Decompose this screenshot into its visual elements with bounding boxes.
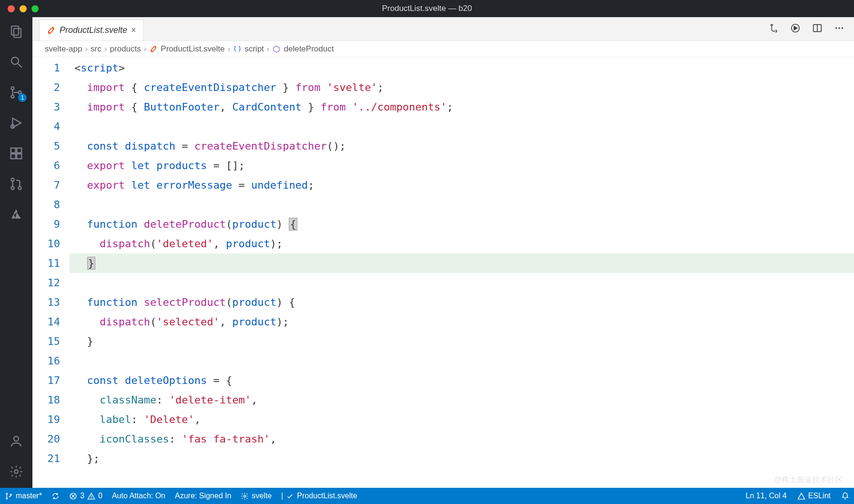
azure-status-item[interactable]: Azure: Signed In [175, 492, 231, 500]
tabs-bar: ProductList.svelte × [32, 17, 854, 41]
settings-gear-icon[interactable] [9, 464, 24, 479]
github-pr-icon[interactable] [9, 176, 24, 192]
split-editor-icon[interactable] [812, 23, 823, 35]
explorer-icon[interactable] [9, 24, 24, 39]
breadcrumb-item[interactable]: svelte-app [45, 44, 82, 54]
chevron-right-icon: › [144, 44, 147, 54]
chevron-right-icon: › [267, 44, 270, 54]
breadcrumb-item[interactable]: deleteProduct [284, 44, 334, 54]
git-branch-item[interactable]: master* [5, 492, 42, 500]
svelte-icon [46, 26, 56, 35]
code-area[interactable]: 123456789101112131415161718192021 <scrip… [32, 57, 854, 488]
svg-point-2 [11, 57, 19, 64]
close-window-button[interactable] [8, 5, 15, 12]
code-content[interactable]: <script> import { createEventDispatcher … [74, 57, 854, 488]
extensions-icon[interactable] [9, 146, 24, 161]
breadcrumb-item[interactable]: src [91, 44, 102, 54]
more-actions-icon[interactable] [834, 23, 844, 35]
chevron-right-icon: › [104, 44, 107, 54]
language-mode-item[interactable]: svelte [241, 492, 272, 500]
svg-point-31 [91, 498, 92, 498]
notifications-icon[interactable] [841, 492, 849, 500]
compare-changes-icon[interactable] [768, 23, 779, 35]
svg-rect-0 [11, 26, 19, 35]
svg-point-5 [11, 95, 14, 98]
svg-rect-10 [11, 154, 16, 159]
gutter: 123456789101112131415161718192021 [32, 57, 74, 488]
tab-productlist[interactable]: ProductList.svelte × [39, 20, 143, 40]
svg-point-15 [18, 187, 21, 190]
azure-icon[interactable] [9, 207, 24, 222]
svelte-icon [149, 45, 158, 53]
run-debug-icon[interactable] [9, 115, 24, 131]
svg-point-22 [838, 27, 840, 29]
problems-item[interactable]: 3 0 [69, 492, 102, 500]
svg-point-26 [10, 494, 11, 495]
svg-point-24 [6, 493, 8, 494]
window-controls [0, 5, 39, 12]
tab-label: ProductList.svelte [60, 25, 127, 35]
svg-point-16 [14, 436, 19, 441]
svg-point-21 [835, 27, 837, 29]
breadcrumb-item[interactable]: script [244, 44, 264, 54]
auto-attach-item[interactable]: Auto Attach: On [112, 492, 165, 500]
breadcrumb[interactable]: svelte-app › src › products › ProductLis… [32, 41, 854, 57]
svg-point-4 [11, 87, 14, 90]
editor: ProductList.svelte × svelte-app [32, 17, 854, 488]
svg-rect-9 [11, 148, 16, 153]
chevron-right-icon: › [228, 44, 231, 54]
cursor-position-item[interactable]: Ln 11, Col 4 [746, 492, 787, 500]
breadcrumb-item[interactable]: products [110, 44, 141, 54]
editor-actions [768, 17, 854, 40]
tab-close-icon[interactable]: × [131, 25, 136, 35]
svg-point-32 [244, 495, 246, 497]
minimize-window-button[interactable] [20, 5, 27, 12]
scm-badge: 1 [18, 93, 27, 102]
eslint-item[interactable]: ESLint [797, 492, 831, 500]
source-control-icon[interactable]: 1 [9, 85, 24, 100]
accounts-icon[interactable] [9, 433, 24, 449]
symbol-namespace-icon [233, 45, 242, 53]
sync-item[interactable] [51, 492, 60, 500]
window-title: ProductList.svelte — b20 [0, 4, 854, 13]
svg-rect-12 [17, 148, 21, 153]
search-icon[interactable] [9, 54, 24, 70]
svg-rect-11 [17, 154, 21, 159]
svg-point-17 [14, 470, 18, 474]
run-icon[interactable] [790, 23, 801, 35]
svg-point-25 [6, 498, 8, 499]
svg-point-13 [11, 178, 14, 181]
symbol-method-icon [272, 45, 281, 53]
breadcrumb-item[interactable]: ProductList.svelte [161, 44, 224, 54]
svg-rect-1 [14, 29, 21, 38]
svg-point-14 [11, 187, 14, 190]
svg-line-3 [18, 64, 22, 68]
activity-bar: 1 [0, 17, 32, 488]
prettier-item[interactable]: | ProductList.svelte [281, 492, 357, 500]
status-bar: master* 3 0 Auto Attach: On Azure: Signe… [0, 488, 854, 504]
chevron-right-icon: › [85, 44, 88, 54]
maximize-window-button[interactable] [31, 5, 39, 12]
titlebar: ProductList.svelte — b20 [0, 0, 854, 17]
svg-point-23 [842, 27, 843, 29]
